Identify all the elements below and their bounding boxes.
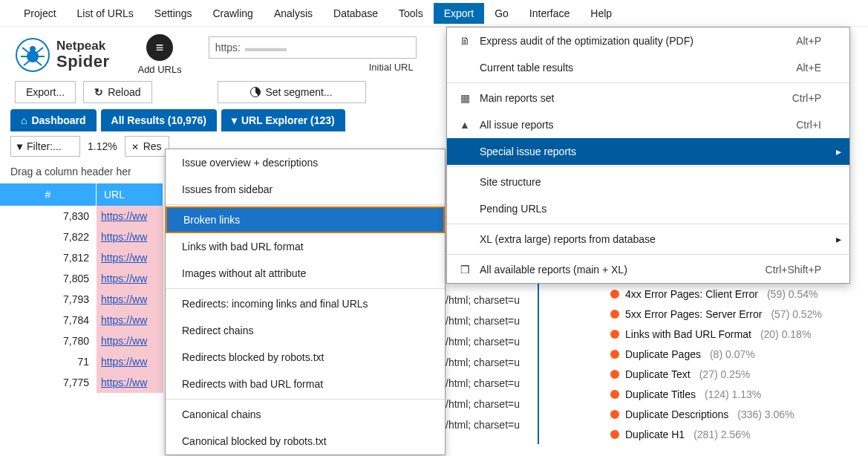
col-header-url[interactable]: URL (97, 183, 163, 206)
cell-url[interactable]: https://ww (97, 330, 163, 351)
issue-row[interactable]: Duplicate Titles(124) 1.13% (610, 384, 849, 404)
menu-project[interactable]: Project (13, 3, 67, 24)
submenu-item[interactable]: Images without alt attribute (166, 260, 445, 287)
issue-row[interactable]: Duplicate Pages(8) 0.07% (610, 344, 849, 364)
cell-num: 71 (0, 356, 97, 368)
menu-tools[interactable]: Tools (388, 3, 434, 24)
issue-meta: (20) 0.18% (760, 328, 811, 340)
issue-dot-icon (610, 390, 619, 399)
menu-interface[interactable]: Interface (519, 3, 580, 24)
issue-meta: (59) 0.54% (767, 288, 818, 300)
cell-num: 7,793 (0, 293, 97, 305)
cell-url[interactable]: https://ww (97, 372, 163, 393)
issue-dot-icon (610, 350, 619, 359)
logo-text-top: Netpeak (56, 39, 109, 53)
export-menu-item[interactable]: ❒All available reports (main + XL)Ctrl+S… (447, 256, 849, 283)
separator (447, 166, 849, 167)
issue-label: Duplicate Descriptions (625, 408, 728, 420)
tab-dashboard[interactable]: Dashboard (10, 109, 97, 131)
cell-content-type: /html; charset=u (446, 414, 536, 435)
cell-url[interactable]: https://ww (97, 227, 163, 247)
export-menu-label: Express audit of the optimization qualit… (480, 35, 789, 47)
pie-icon (250, 87, 261, 97)
issue-row[interactable]: Links with Bad URL Format(20) 0.18% (610, 324, 849, 344)
issue-label: 5xx Error Pages: Server Error (625, 308, 762, 320)
cube-icon: ❒ (457, 264, 472, 276)
separator (447, 82, 849, 83)
home-icon (21, 114, 27, 126)
menu-database[interactable]: Database (323, 3, 388, 24)
export-menu-item[interactable]: Site structure (447, 169, 849, 195)
export-menu-item[interactable]: 🗎Express audit of the optimization quali… (447, 27, 849, 54)
submenu-item[interactable]: Redirect chains (166, 317, 445, 344)
issue-row[interactable]: Duplicate Descriptions(336) 3.06% (610, 404, 849, 424)
submenu-item[interactable]: Redirects: incoming links and final URLs (166, 290, 445, 317)
set-segment-button[interactable]: Set segment... (218, 81, 366, 103)
issue-row[interactable]: 5xx Error Pages: Server Error(57) 0.52% (610, 304, 849, 324)
submenu-item[interactable]: Issues from sidebar (166, 176, 445, 203)
submenu-item[interactable]: Canonical blocked by robots.txt (166, 428, 445, 455)
submenu-item[interactable]: Redirects with bad URL format (166, 371, 445, 397)
menu-bar: ProjectList of URLsSettingsCrawlingAnaly… (0, 0, 868, 27)
submenu-item[interactable]: Canonical chains (166, 401, 445, 428)
issue-meta: (281) 2.56% (694, 429, 750, 440)
cell-url[interactable]: https://ww (97, 289, 163, 310)
cell-num: 7,805 (0, 273, 97, 284)
export-button[interactable]: Export... (15, 81, 76, 103)
tab-all-results[interactable]: All Results (10,976) (101, 109, 217, 131)
pdf-icon: 🗎 (457, 35, 472, 47)
reload-button[interactable]: Reload (83, 81, 151, 103)
add-urls-button[interactable]: ≡ Add URLs (137, 34, 181, 75)
menu-export[interactable]: Export (434, 3, 484, 24)
menu-settings[interactable]: Settings (144, 3, 203, 24)
menu-list-of-urls[interactable]: List of URLs (67, 3, 144, 24)
cell-url[interactable]: https://ww (97, 351, 163, 372)
issue-label: Duplicate Titles (625, 388, 696, 400)
issue-label: Duplicate Text (625, 368, 691, 380)
menu-help[interactable]: Help (580, 3, 622, 24)
filter-box[interactable]: ▾Filter:... (10, 136, 80, 157)
export-menu-label: Site structure (480, 176, 814, 188)
shortcut-label: Alt+P (796, 35, 826, 47)
cell-num: 7,822 (0, 231, 97, 243)
filter-percent: 1.12% (88, 140, 117, 152)
tab-url-explorer[interactable]: URL Explorer (123) (221, 109, 345, 131)
export-menu-label: All issue reports (480, 119, 789, 131)
svg-point-2 (30, 46, 36, 52)
export-menu-item[interactable]: Current table resultsAlt+E (447, 54, 849, 81)
initial-url-caption: Initial URL (209, 62, 417, 73)
menu-crawling[interactable]: Crawling (202, 3, 263, 24)
cell-url[interactable]: https://ww (97, 268, 163, 289)
menu-go[interactable]: Go (484, 3, 519, 24)
submenu-item[interactable]: Redirects blocked by robots.txt (166, 344, 445, 371)
export-menu-item[interactable]: ▦Main reports setCtrl+P (447, 85, 849, 111)
export-menu-label: Special issue reports (480, 146, 814, 157)
cell-url[interactable]: https://ww (97, 310, 163, 330)
export-menu-label: Current table results (480, 62, 789, 74)
issue-dot-icon (610, 430, 619, 439)
col-header-num[interactable]: # (0, 183, 97, 206)
close-icon (131, 140, 139, 152)
separator (166, 288, 445, 289)
app-logo: Netpeak Spider (15, 37, 109, 73)
menu-analysis[interactable]: Analysis (264, 3, 323, 24)
export-menu-item[interactable]: Pending URLs (447, 195, 849, 222)
issue-meta: (8) 0.07% (710, 348, 755, 360)
initial-url-input[interactable]: https:▬▬▬▬ (209, 36, 417, 59)
submenu-item[interactable]: Broken links (166, 206, 445, 233)
funnel-icon (232, 114, 237, 126)
issue-row[interactable]: Duplicate Text(27) 0.25% (610, 364, 849, 384)
export-menu-item[interactable]: XL (extra large) reports from database▸ (447, 226, 849, 253)
export-menu-item[interactable]: Special issue reports▸ (447, 138, 849, 165)
issue-row[interactable]: Duplicate H1(281) 2.56% (610, 424, 849, 444)
issue-row[interactable]: 4xx Error Pages: Client Error(59) 0.54% (610, 284, 849, 304)
submenu-item[interactable]: Issue overview + descriptions (166, 149, 445, 176)
issue-label: Duplicate H1 (625, 429, 685, 440)
reset-filter-button[interactable]: Res (125, 136, 169, 157)
cell-url[interactable]: https://ww (97, 247, 163, 268)
cell-content-type: /html; charset=u (446, 394, 536, 414)
export-menu-item[interactable]: ▲All issue reportsCtrl+I (447, 111, 849, 138)
issues-panel: 4xx Error Pages: Client Error(59) 0.54%5… (538, 284, 849, 444)
cell-url[interactable]: https://ww (97, 206, 163, 227)
submenu-item[interactable]: Links with bad URL format (166, 233, 445, 260)
